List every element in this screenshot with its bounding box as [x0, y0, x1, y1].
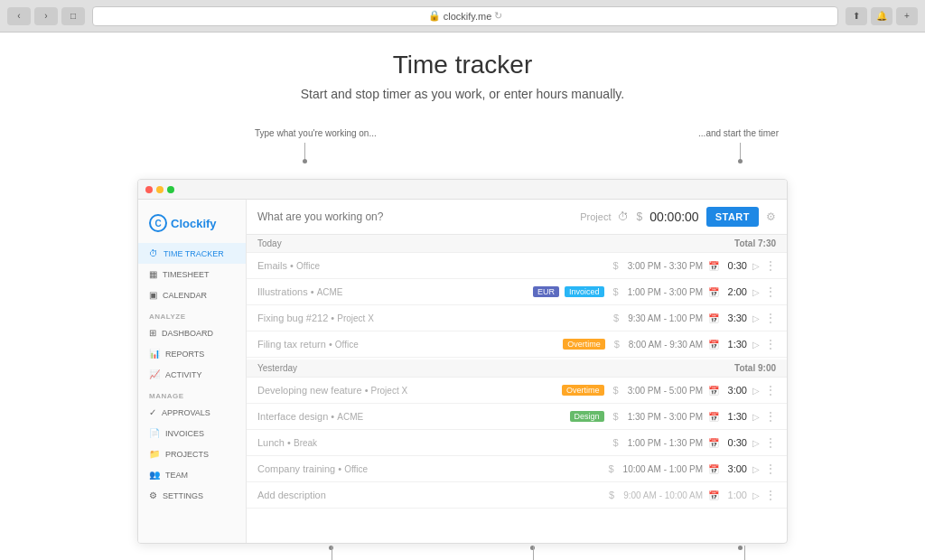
billable-icon[interactable]: $ — [605, 463, 618, 474]
logo-icon: C — [149, 214, 167, 232]
timer-settings-icon[interactable]: ⚙ — [766, 210, 776, 223]
entry-time-range: 3:00 PM - 5:00 PM — [628, 386, 703, 396]
timer-description-input[interactable] — [257, 210, 573, 223]
yesterday-header: Yesterday Total 9:00 — [247, 359, 787, 378]
start-button[interactable]: START — [706, 207, 759, 227]
address-bar[interactable]: 🔒 clockify.me ↻ — [92, 6, 838, 26]
timer-dollar-icon: $ — [636, 210, 642, 223]
play-icon[interactable]: ▷ — [752, 438, 760, 448]
window-button[interactable]: □ — [61, 7, 85, 25]
table-row: Interface design • ACME Design $ 1:30 PM… — [247, 404, 787, 430]
sidebar-item-timetracker[interactable]: ⏱ TIME TRACKER — [138, 243, 246, 264]
more-icon[interactable]: ⋮ — [765, 285, 776, 298]
sidebar-item-dashboard[interactable]: ⊞ DASHBOARD — [138, 322, 246, 343]
sidebar-item-projects[interactable]: 📁 PROJECTS — [138, 443, 246, 464]
play-icon[interactable]: ▷ — [752, 490, 760, 500]
sidebar-item-invoices[interactable]: 📄 INVOICES — [138, 423, 246, 443]
calendar-edit-icon[interactable]: 📅 — [708, 464, 719, 474]
sidebar-item-timesheet[interactable]: ▦ TIMESHEET — [138, 264, 246, 285]
app-window: C Clockify ⏱ TIME TRACKER ▦ TIMESHEET — [137, 179, 788, 544]
entry-time-range: 9:30 AM - 1:00 PM — [628, 313, 703, 323]
entry-time-range: 3:00 PM - 3:30 PM — [628, 261, 703, 271]
browser-chrome: ‹ › □ 🔒 clockify.me ↻ ⬆ 🔔 + — [0, 0, 925, 33]
entry-description: Fixing bug #212 • Project X — [257, 313, 604, 323]
notifications-button[interactable]: 🔔 — [871, 7, 892, 25]
calendar-edit-icon[interactable]: 📅 — [708, 340, 719, 350]
entry-description: Filing tax return • Office — [257, 339, 557, 350]
settings-icon: ⚙ — [149, 490, 157, 500]
sidebar-item-settings[interactable]: ⚙ SETTINGS — [138, 485, 246, 506]
table-row: Fixing bug #212 • Project X $ 9:30 AM - … — [247, 305, 787, 331]
invoices-icon: 📄 — [149, 428, 160, 438]
billable-icon[interactable]: $ — [611, 339, 623, 350]
back-button[interactable]: ‹ — [7, 7, 31, 25]
reports-icon: 📊 — [149, 349, 160, 359]
annotation-dot-1 — [303, 159, 307, 163]
timer-project-selector[interactable]: Project — [580, 211, 611, 222]
billable-icon[interactable]: $ — [605, 490, 618, 500]
forward-button[interactable]: › — [34, 7, 58, 25]
new-tab-button[interactable]: + — [896, 7, 918, 25]
entries-container: Today Total 7:30 Emails • Off — [247, 235, 787, 510]
today-header: Today Total 7:30 — [247, 235, 787, 253]
calendar-edit-icon[interactable]: 📅 — [708, 438, 719, 448]
today-group: Today Total 7:30 Emails • Off — [247, 235, 787, 358]
annotation-line-2 — [740, 143, 741, 161]
url-text: clockify.me — [444, 11, 492, 22]
table-row: Emails • Office $ 3:00 PM - 3:30 PM 📅 0:… — [247, 253, 787, 279]
play-icon[interactable]: ▷ — [752, 340, 760, 350]
calendar-edit-icon[interactable]: 📅 — [708, 287, 719, 297]
play-icon[interactable]: ▷ — [752, 412, 760, 422]
entry-description: Illustrations • ACME — [257, 286, 528, 297]
more-icon[interactable]: ⋮ — [765, 384, 776, 397]
entry-description: Company training • Office — [257, 463, 600, 474]
sidebar-item-activity[interactable]: 📈 ACTIVITY — [138, 364, 246, 385]
more-icon[interactable]: ⋮ — [765, 462, 776, 475]
billable-icon[interactable]: $ — [610, 286, 622, 297]
table-row: Filing tax return • Office Overtime $ 8:… — [247, 331, 787, 358]
calendar-edit-icon[interactable]: 📅 — [708, 412, 719, 422]
sidebar-item-calendar[interactable]: ▣ CALENDAR — [138, 285, 246, 305]
yesterday-label: Yesterday — [257, 363, 297, 373]
billable-icon[interactable]: $ — [610, 437, 622, 448]
approvals-icon: ✓ — [149, 407, 156, 417]
play-icon[interactable]: ▷ — [752, 261, 760, 271]
play-icon[interactable]: ▷ — [752, 287, 760, 297]
more-icon[interactable]: ⋮ — [765, 338, 776, 350]
calendar-edit-icon[interactable]: 📅 — [708, 261, 719, 271]
entry-time-range: 1:00 PM - 1:30 PM — [628, 438, 703, 448]
team-icon: 👥 — [149, 470, 160, 480]
timer-history-icon: ⏱ — [618, 210, 629, 223]
annotation-type-what: Type what you're working on... — [255, 128, 377, 138]
entry-tag-invoiced: Invoiced — [565, 286, 604, 297]
calendar-edit-icon[interactable]: 📅 — [708, 313, 719, 323]
sidebar: C Clockify ⏱ TIME TRACKER ▦ TIMESHEET — [138, 200, 247, 543]
calendar-icon: ▣ — [149, 290, 157, 300]
billable-icon[interactable]: $ — [610, 411, 622, 422]
sidebar-item-team[interactable]: 👥 TEAM — [138, 464, 246, 485]
app-body: C Clockify ⏱ TIME TRACKER ▦ TIMESHEET — [138, 200, 787, 543]
play-icon[interactable]: ▷ — [752, 464, 760, 474]
play-icon[interactable]: ▷ — [752, 386, 760, 396]
entry-description: Emails • Office — [257, 260, 604, 271]
more-icon[interactable]: ⋮ — [765, 410, 776, 423]
entry-time-range: 1:00 PM - 3:00 PM — [628, 287, 703, 297]
entry-time-range: 10:00 AM - 1:00 PM — [623, 464, 703, 474]
play-icon[interactable]: ▷ — [752, 313, 760, 323]
sidebar-item-approvals[interactable]: ✓ APPROVALS — [138, 402, 246, 423]
calendar-edit-icon[interactable]: 📅 — [708, 386, 719, 396]
app-mockup: C Clockify ⏱ TIME TRACKER ▦ TIMESHEET — [137, 179, 788, 560]
sidebar-item-reports[interactable]: 📊 REPORTS — [138, 343, 246, 364]
share-button[interactable]: ⬆ — [846, 7, 867, 25]
entry-tag-overtime: Overtime — [563, 339, 605, 350]
calendar-edit-icon[interactable]: 📅 — [708, 490, 719, 500]
billable-icon[interactable]: $ — [610, 385, 622, 396]
logo-text: Clockify — [171, 217, 217, 230]
dashboard-icon: ⊞ — [149, 328, 156, 338]
more-icon[interactable]: ⋮ — [765, 312, 776, 324]
more-icon[interactable]: ⋮ — [765, 489, 776, 501]
billable-icon[interactable]: $ — [610, 313, 622, 323]
more-icon[interactable]: ⋮ — [765, 436, 776, 449]
billable-icon[interactable]: $ — [610, 260, 622, 271]
more-icon[interactable]: ⋮ — [765, 259, 776, 272]
